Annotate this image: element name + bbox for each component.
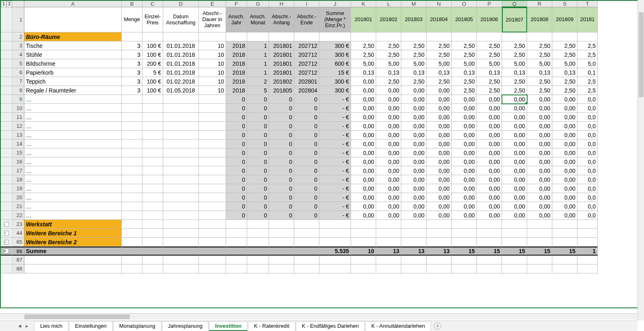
cell-I4[interactable]: 202712 — [294, 50, 319, 59]
cell-O11[interactable]: 0,00 — [452, 113, 477, 122]
cell-O22[interactable]: 0,00 — [452, 211, 477, 220]
cell-T44[interactable] — [577, 229, 598, 238]
cell-K22[interactable]: 0,00 — [351, 211, 376, 220]
cell-S65[interactable] — [552, 238, 577, 247]
cell-A4[interactable]: Stühle — [24, 50, 122, 59]
cell-L21[interactable]: 0,00 — [376, 202, 401, 211]
cell-A2[interactable]: Büro-Räume — [24, 32, 122, 41]
cell-J10[interactable]: - € — [319, 104, 351, 113]
cell-C12[interactable] — [142, 122, 163, 131]
cell-M2[interactable] — [401, 32, 426, 41]
cell-Q4[interactable]: 2,50 — [502, 50, 527, 59]
cell-E6[interactable]: 10 — [199, 68, 226, 77]
cell-A12[interactable]: … — [24, 122, 122, 131]
cell-O4[interactable]: 2,50 — [452, 50, 477, 59]
cell-R15[interactable]: 0,00 — [527, 148, 552, 157]
cell-G9[interactable]: 0 — [247, 95, 269, 104]
header-cell-G[interactable]: Ansch. Monat — [247, 7, 269, 32]
cell-B17[interactable] — [122, 166, 142, 175]
cell-S44[interactable] — [552, 229, 577, 238]
cell-D86[interactable] — [163, 247, 199, 256]
cell-I5[interactable]: 202712 — [294, 59, 319, 68]
cell-K3[interactable]: 2,50 — [351, 41, 376, 50]
cell-S2[interactable] — [552, 32, 577, 41]
sheet-tab-k-ratenkredit[interactable]: K - Ratenkredit — [248, 321, 295, 331]
cell-C5[interactable]: 200 € — [142, 59, 163, 68]
cell-K20[interactable]: 0,00 — [351, 193, 376, 202]
cell-O14[interactable]: 0,00 — [452, 140, 477, 148]
cell-G3[interactable]: 1 — [247, 41, 269, 50]
cell-M12[interactable]: 0,00 — [401, 122, 426, 131]
cell-M16[interactable]: 0,00 — [401, 157, 426, 166]
cell-S22[interactable]: 0,00 — [552, 211, 577, 220]
cell-Q44[interactable] — [502, 229, 527, 238]
cell-D19[interactable] — [163, 184, 199, 193]
cell-P12[interactable]: 0,00 — [477, 122, 502, 131]
sheet-tab-investition[interactable]: Investition — [209, 321, 248, 331]
cell-P17[interactable]: 0,00 — [477, 166, 502, 175]
cell-F4[interactable]: 2018 — [226, 50, 247, 59]
cell-B5[interactable]: 3 — [122, 59, 142, 68]
cell-S19[interactable]: 0,00 — [552, 184, 577, 193]
cell-B23[interactable] — [122, 220, 142, 229]
cell-J16[interactable]: - € — [319, 157, 351, 166]
cell-T12[interactable]: 0,0 — [577, 122, 598, 131]
cell-B86[interactable] — [122, 247, 142, 256]
col-header-R[interactable]: R — [527, 1, 552, 7]
cell-T20[interactable]: 0,0 — [577, 193, 598, 202]
row-header-11[interactable]: 11 — [12, 113, 24, 122]
cell-L3[interactable]: 2,50 — [376, 41, 401, 50]
cell-L19[interactable]: 0,00 — [376, 184, 401, 193]
cell-A65[interactable]: Weitere Bereiche 2 — [24, 238, 122, 247]
cell-N4[interactable]: 2,50 — [426, 50, 452, 59]
cell-H17[interactable]: 0 — [269, 166, 294, 175]
cell-N20[interactable]: 0,00 — [426, 193, 452, 202]
cell-H11[interactable]: 0 — [269, 113, 294, 122]
cell-A86[interactable]: Summe — [24, 247, 122, 256]
cell-Q65[interactable] — [502, 238, 527, 247]
cell-R16[interactable]: 0,00 — [527, 157, 552, 166]
cell-N8[interactable]: 0,00 — [426, 86, 452, 95]
cell-R6[interactable]: 0,13 — [527, 68, 552, 77]
cell-D65[interactable] — [163, 238, 199, 247]
cell-K6[interactable]: 0,13 — [351, 68, 376, 77]
cell-N23[interactable] — [426, 220, 452, 229]
cell-E18[interactable] — [199, 175, 226, 184]
col-header-T[interactable]: T — [577, 1, 598, 7]
cell-L87[interactable] — [376, 256, 401, 264]
outline-expand-button[interactable]: + — [4, 249, 9, 254]
cell-L5[interactable]: 5,00 — [376, 59, 401, 68]
cell-T3[interactable]: 2,5 — [577, 41, 598, 50]
cell-T19[interactable]: 0,0 — [577, 184, 598, 193]
cell-I15[interactable]: 0 — [294, 148, 319, 157]
cell-Q21[interactable]: 0,00 — [502, 202, 527, 211]
cell-A8[interactable]: Regale / Raumteiler — [24, 86, 122, 95]
cell-E14[interactable] — [199, 140, 226, 148]
cell-T17[interactable]: 0,0 — [577, 166, 598, 175]
cell-P22[interactable]: 0,00 — [477, 211, 502, 220]
cell-S18[interactable]: 0,00 — [552, 175, 577, 184]
sheet-tab-monatsplanung[interactable]: Monatsplanung — [113, 321, 162, 331]
cell-S12[interactable]: 0,00 — [552, 122, 577, 131]
cell-C2[interactable] — [142, 32, 163, 41]
cell-Q5[interactable]: 5,00 — [502, 59, 527, 68]
cell-L23[interactable] — [376, 220, 401, 229]
cell-K8[interactable]: 0,00 — [351, 86, 376, 95]
col-header-S[interactable]: S — [552, 1, 577, 7]
cell-D6[interactable]: 01.01.2018 — [163, 68, 199, 77]
cell-N7[interactable]: 2,50 — [426, 77, 452, 86]
cell-N5[interactable]: 5,00 — [426, 59, 452, 68]
cell-B7[interactable]: 3 — [122, 77, 142, 86]
cell-H15[interactable]: 0 — [269, 148, 294, 157]
cell-J13[interactable]: - € — [319, 131, 351, 140]
cell-C86[interactable] — [142, 247, 163, 256]
cell-H16[interactable]: 0 — [269, 157, 294, 166]
cell-O9[interactable]: 0,00 — [452, 95, 477, 104]
cell-L18[interactable]: 0,00 — [376, 175, 401, 184]
cell-R13[interactable]: 0,00 — [527, 131, 552, 140]
cell-J7[interactable]: 300 € — [319, 77, 351, 86]
cell-L7[interactable]: 2,50 — [376, 77, 401, 86]
cell-C9[interactable] — [142, 95, 163, 104]
cell-J18[interactable]: - € — [319, 175, 351, 184]
cell-T21[interactable]: 0,0 — [577, 202, 598, 211]
